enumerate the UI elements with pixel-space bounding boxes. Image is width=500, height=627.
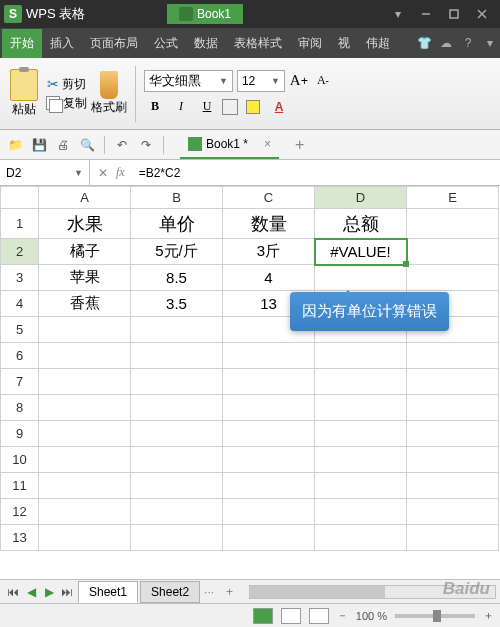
print-icon[interactable]: 🖨 [54,136,72,154]
bold-button[interactable]: B [144,96,166,118]
help-icon[interactable]: ? [460,35,476,51]
cell[interactable] [407,265,499,291]
cell[interactable] [407,421,499,447]
cell[interactable] [39,343,131,369]
cell[interactable] [39,317,131,343]
cell[interactable] [315,473,407,499]
add-sheet-button[interactable]: + [218,585,241,599]
cell[interactable] [39,447,131,473]
cell[interactable] [131,395,223,421]
row-header[interactable]: 3 [1,265,39,291]
zoom-slider[interactable] [395,614,475,618]
menu-start[interactable]: 开始 [2,29,42,58]
cell[interactable] [131,369,223,395]
cell[interactable] [407,473,499,499]
menu-view[interactable]: 视 [330,29,358,58]
row-header[interactable]: 5 [1,317,39,343]
col-header-b[interactable]: B [131,187,223,209]
close-tab-icon[interactable]: × [264,137,271,151]
cell[interactable] [315,421,407,447]
zoom-out-button[interactable]: － [337,608,348,623]
cell[interactable] [223,369,315,395]
minimize-button[interactable] [412,3,440,25]
cell[interactable]: 橘子 [39,239,131,265]
cell[interactable] [407,343,499,369]
cell[interactable] [223,447,315,473]
row-header[interactable]: 12 [1,499,39,525]
decrease-font-button[interactable]: A- [313,71,333,91]
cell[interactable]: 单价 [131,209,223,239]
preview-icon[interactable]: 🔍 [78,136,96,154]
sheet-tab[interactable]: Sheet1 [78,581,138,603]
name-box[interactable]: D2▼ [0,160,90,185]
col-header-d[interactable]: D [315,187,407,209]
cell[interactable] [39,369,131,395]
cell[interactable]: 总额 [315,209,407,239]
workbook-tab[interactable]: Book1 * × [180,130,279,159]
cell[interactable] [131,421,223,447]
paste-button[interactable]: 粘贴 [6,67,42,120]
normal-view-button[interactable] [253,608,273,624]
cell[interactable]: 香蕉 [39,291,131,317]
cell[interactable] [39,473,131,499]
formula-input[interactable]: =B2*C2 [133,166,500,180]
cell[interactable] [315,343,407,369]
redo-icon[interactable]: ↷ [137,136,155,154]
last-sheet-button[interactable]: ⏭ [58,583,76,601]
cell[interactable] [39,499,131,525]
reading-view-button[interactable] [309,608,329,624]
italic-button[interactable]: I [170,96,192,118]
cell[interactable] [407,369,499,395]
scrollbar-thumb[interactable] [250,586,385,598]
row-header[interactable]: 13 [1,525,39,551]
cell[interactable] [223,525,315,551]
new-tab-button[interactable]: + [295,136,304,154]
cell[interactable] [315,369,407,395]
cell[interactable] [223,499,315,525]
prev-sheet-button[interactable]: ◀ [22,583,40,601]
cell[interactable] [223,343,315,369]
cell[interactable]: 8.5 [131,265,223,291]
row-header[interactable]: 6 [1,343,39,369]
cell-selected[interactable]: #VALUE! [315,239,407,265]
underline-button[interactable]: U [196,96,218,118]
cell[interactable] [39,421,131,447]
cell[interactable] [223,395,315,421]
menu-insert[interactable]: 插入 [42,29,82,58]
undo-icon[interactable]: ↶ [113,136,131,154]
cell[interactable]: 3斤 [223,239,315,265]
horizontal-scrollbar[interactable] [249,585,496,599]
format-painter-button[interactable]: 格式刷 [91,71,127,116]
cell[interactable] [315,395,407,421]
save-icon[interactable]: 💾 [30,136,48,154]
sheet-overflow[interactable]: ··· [200,585,218,599]
next-sheet-button[interactable]: ▶ [40,583,58,601]
cut-button[interactable]: ✂剪切 [47,76,86,93]
fx-icon[interactable]: fx [116,165,125,180]
open-icon[interactable]: 📁 [6,136,24,154]
cell[interactable]: 水果 [39,209,131,239]
select-all-corner[interactable] [1,187,39,209]
cell[interactable] [315,447,407,473]
col-header-c[interactable]: C [223,187,315,209]
menu-pagelayout[interactable]: 页面布局 [82,29,146,58]
menu-formula[interactable]: 公式 [146,29,186,58]
cell[interactable] [407,209,499,239]
increase-font-button[interactable]: A+ [289,71,309,91]
menu-tablestyle[interactable]: 表格样式 [226,29,290,58]
cancel-formula-icon[interactable]: ✕ [98,166,108,180]
row-header[interactable]: 7 [1,369,39,395]
close-button[interactable] [468,3,496,25]
cell[interactable] [131,473,223,499]
menu-user[interactable]: 伟超 [358,29,398,58]
menu-data[interactable]: 数据 [186,29,226,58]
page-view-button[interactable] [281,608,301,624]
sheet-tab[interactable]: Sheet2 [140,581,200,603]
row-header[interactable]: 10 [1,447,39,473]
cell[interactable] [407,525,499,551]
fill-color-button[interactable] [242,96,264,118]
border-button[interactable] [222,99,238,115]
cell[interactable] [39,395,131,421]
zoom-thumb[interactable] [433,610,441,622]
cell[interactable] [407,447,499,473]
